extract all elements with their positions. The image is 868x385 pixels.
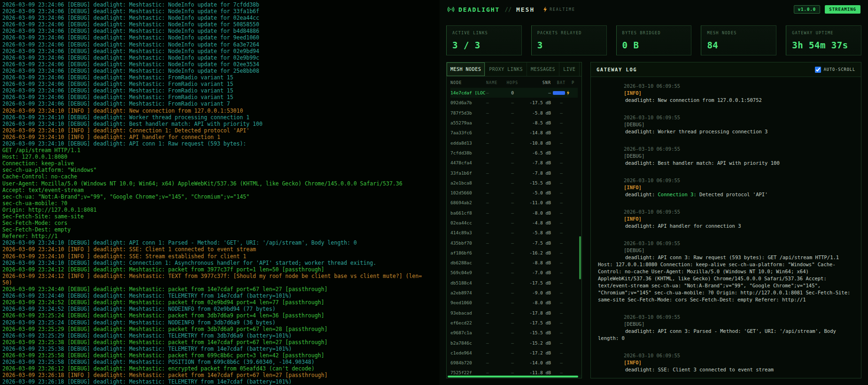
stat-card-packets-relayed: PACKETS RELAYED3 <box>531 25 607 55</box>
node-name: — <box>485 220 503 225</box>
streaming-badge: STREAMING <box>825 5 860 14</box>
node-id: edda8d13 <box>450 140 485 146</box>
table-row[interactable]: 414c89a3——-5.8 dB— <box>450 228 578 238</box>
vertical-scrollbar[interactable] <box>579 236 581 279</box>
dashboard: DEADLIGHT // MESH REALTIME v1.0.0 STREAM… <box>440 0 868 385</box>
horizontal-scrollbar-thumb[interactable] <box>448 376 578 377</box>
table-row[interactable]: 7aa33fc6——-14.8 dB— <box>450 128 578 138</box>
table-row[interactable]: a2e1bca8——-15.5 dB— <box>450 178 578 188</box>
terminal-line: 2026-03-09 23:24:06 [DEBUG] deadlight: M… <box>2 54 439 61</box>
node-hops: — <box>503 330 522 335</box>
terminal-line: 2026-03-09 23:24:10 [DEBUG] deadlight: W… <box>2 114 439 121</box>
auto-scroll-label: AUTO-SCROLL <box>824 67 855 72</box>
table-row[interactable]: af186bf6——-16.2 dB— <box>450 248 578 258</box>
table-row[interactable]: 93ebacad——-17.8 dB— <box>450 308 578 318</box>
table-row[interactable]: ef6ecd22——-17.5 dB— <box>450 318 578 328</box>
auto-scroll-control[interactable]: AUTO-SCROLL <box>815 67 855 73</box>
battery-bar <box>553 91 565 95</box>
terminal-line: 2026-03-09 23:24:52 [DEBUG] deadlight: M… <box>2 299 439 306</box>
terminal-line: 2026-03-09 23:24:06 [DEBUG] deadlight: M… <box>2 48 439 54</box>
terminal-line: 2026-03-09 23:24:06 [DEBUG] deadlight: M… <box>2 87 439 94</box>
node-battery: — <box>551 310 572 316</box>
auto-scroll-checkbox[interactable] <box>815 67 821 73</box>
tab-live[interactable]: LIVE <box>559 62 580 76</box>
node-battery: — <box>551 230 572 235</box>
node-name: — <box>485 360 503 365</box>
terminal-line: 2026-03-09 23:24:10 [DEBUG] deadlight: A… <box>2 239 439 246</box>
node-snr: -8.5 dB <box>522 120 551 125</box>
table-row[interactable]: c1ede964——-17.2 dB— <box>450 348 578 358</box>
table-row[interactable]: 6984b720——-14.0 dB— <box>450 358 578 368</box>
table-row[interactable]: 102d5660——-5.0 dB— <box>450 188 578 198</box>
table-row[interactable]: db6288ac——-8.8 dB— <box>450 258 578 268</box>
terminal-line: 2026-03-09 23:24:10 [DEBUG] deadlight: C… <box>2 260 439 266</box>
node-id: ef6ecd22 <box>450 320 485 325</box>
terminal-line: 2026-03-09 23:24:06 [DEBUG] deadlight: M… <box>2 15 439 21</box>
table-row[interactable]: 68694ab2——-11.0 dB— <box>450 198 578 208</box>
node-id: 787f5d3b <box>450 110 485 116</box>
terminal-line: 2026-03-09 23:24:10 [INFO ] deadlight: S… <box>2 253 439 260</box>
node-hops: 0 <box>503 90 522 95</box>
terminal-line: 2026-03-09 23:24:06 [DEBUG] deadlight: M… <box>2 41 439 48</box>
log-timestamp: 2026-03-10 06:09:55 <box>598 208 854 216</box>
node-name: — <box>485 350 503 355</box>
table-row[interactable]: 4478cfa4——-7.8 dB— <box>450 158 578 168</box>
column-header-bat: BAT <box>551 80 572 85</box>
table-row[interactable]: a55279aa——-8.5 dB— <box>450 118 578 128</box>
table-row[interactable]: 02ea44cc——-4.8 dB— <box>450 218 578 228</box>
node-hops: — <box>503 160 522 165</box>
terminal-line: 2026-03-09 23:24:06 [DEBUG] deadlight: M… <box>2 100 439 107</box>
tab-proxy-links[interactable]: PROXY LINKS <box>485 62 527 76</box>
node-id: 93ebacad <box>450 310 485 316</box>
table-row[interactable]: e9687c1a——-15.5 dB— <box>450 328 578 338</box>
terminal-log-pane[interactable]: 2026-03-09 23:24:06 [DEBUG] deadlight: M… <box>0 0 439 385</box>
log-message: deadlight: Worker thread processing conn… <box>598 128 854 135</box>
node-hops: — <box>503 240 522 246</box>
terminal-line: Connection: keep-alive <box>2 160 439 167</box>
node-name: — <box>485 240 503 246</box>
tab-mesh-nodes[interactable]: MESH NODES <box>447 62 485 76</box>
nodes-table-body[interactable]: 14e7cdaf [LOCAL]—0—092d6a7b——-17.5 dB—78… <box>447 88 581 378</box>
horizontal-scrollbar-track[interactable] <box>447 375 581 378</box>
table-row[interactable]: 435bbf70——-7.5 dB— <box>450 238 578 247</box>
table-row[interactable]: 787f5d3b——-5.8 dB— <box>450 108 578 118</box>
node-battery: — <box>551 330 572 335</box>
tab-messages[interactable]: MESSAGES <box>527 62 559 76</box>
table-row[interactable]: edda8d13——-10.8 dB— <box>450 138 578 147</box>
table-row[interactable]: 569c04e9——-7.0 dB— <box>450 268 578 277</box>
gateway-log-body[interactable]: 2026-03-10 06:09:55[INFO]deadlight: New … <box>591 77 861 378</box>
node-battery: — <box>551 190 572 195</box>
terminal-line: Referer: http://1 <box>2 233 439 239</box>
node-battery: — <box>551 320 572 325</box>
node-snr: -7.0 dB <box>522 270 551 275</box>
table-row[interactable]: 092d6a7b——-17.5 dB— <box>450 98 578 108</box>
product-name: MESH <box>516 6 535 13</box>
terminal-line: Origin: http://127.0.0.1:8081 <box>2 207 439 213</box>
gateway-log-panel: GATEWAY LOG AUTO-SCROLL 2026-03-10 06:09… <box>590 62 861 378</box>
table-row[interactable]: 33fa1b6f——-7.8 dB— <box>450 168 578 177</box>
node-id: a2eb8974 <box>450 290 485 295</box>
node-snr: -15.2 dB <box>522 340 551 346</box>
node-snr: -14.8 dB <box>522 130 551 135</box>
stat-label: BYTES BRIDGED <box>622 31 686 35</box>
node-snr: -4.8 dB <box>522 220 551 225</box>
node-snr: -11.0 dB <box>522 200 551 205</box>
node-hops: — <box>503 150 522 155</box>
node-hops: — <box>503 340 522 346</box>
node-snr: -17.5 dB <box>522 320 551 325</box>
table-row[interactable]: 14e7cdaf [LOCAL]—0— <box>450 88 578 98</box>
node-snr: -14.0 dB <box>522 360 551 365</box>
table-row[interactable]: 7cfdd38b——-6.5 dB— <box>450 148 578 158</box>
table-row[interactable]: b2a7846c——-15.2 dB— <box>450 338 578 347</box>
log-message: deadlight: API handler for connection 3 <box>598 223 854 230</box>
table-row[interactable]: 9eed1060——-8.0 dB— <box>450 298 578 308</box>
terminal-line: User-Agent: Mozilla/5.0 (Windows NT 10.0… <box>2 180 439 187</box>
table-row[interactable]: ba661cf8——-8.0 dB— <box>450 208 578 218</box>
node-name: — <box>485 190 503 195</box>
table-row[interactable]: db5188c4——-17.5 dB— <box>450 278 578 288</box>
table-row[interactable]: a2eb8974——-9.0 dB— <box>450 288 578 298</box>
node-battery: — <box>551 260 572 265</box>
node-snr: -16.2 dB <box>522 250 551 255</box>
terminal-line: 2026-03-09 23:24:10 [DEBUG] deadlight: A… <box>2 140 439 147</box>
node-id: 569c04e9 <box>450 270 485 275</box>
